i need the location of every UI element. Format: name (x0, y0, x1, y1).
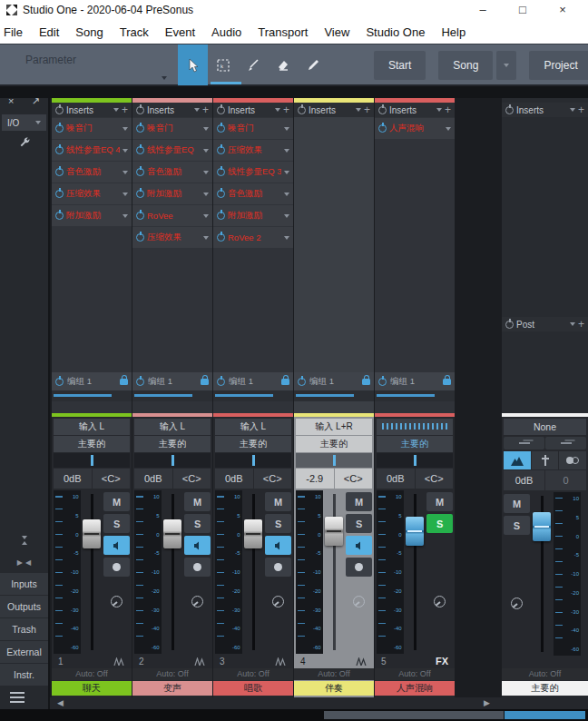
chevron-down-icon[interactable] (113, 108, 119, 112)
fader-handle[interactable] (244, 519, 262, 548)
paint-tool-button[interactable] (298, 44, 328, 85)
input-gain-button[interactable] (265, 592, 291, 611)
collapse-buttons[interactable] (0, 528, 48, 552)
peak-meter-button[interactable] (504, 451, 531, 469)
channel-color-strip[interactable] (132, 413, 212, 417)
menu-edit[interactable]: Edit (39, 25, 59, 39)
input-gain-button[interactable] (346, 592, 372, 611)
input-gain-button[interactable] (426, 592, 453, 611)
channel-strip-5[interactable]: Inserts + 人声混响 编组 1 主要的 0dB < (375, 98, 455, 697)
automation-mode[interactable]: Auto: Off (213, 668, 293, 680)
chevron-down-icon[interactable] (203, 193, 209, 196)
chevron-down-icon[interactable] (122, 214, 128, 218)
pan-value[interactable]: <C> (416, 469, 454, 489)
output-routing[interactable]: 主要的 (296, 436, 372, 452)
power-icon[interactable] (136, 146, 144, 154)
power-icon[interactable] (378, 378, 387, 386)
horizontal-scrollbar[interactable] (0, 709, 588, 721)
pan-value[interactable]: <C> (93, 469, 131, 489)
power-icon[interactable] (217, 378, 225, 386)
volume-value[interactable]: 0dB (54, 469, 92, 489)
power-icon[interactable] (55, 168, 64, 176)
channel-strip-3[interactable]: Inserts + 噪音门 压缩效果 线性参量EQ 3 音色激励 附加激励 Ro… (213, 98, 293, 697)
output-routing[interactable]: None (504, 419, 586, 435)
chevron-down-icon[interactable] (162, 76, 167, 80)
post-header[interactable]: Post + (502, 317, 588, 331)
fader-track[interactable] (405, 490, 426, 654)
send-slot[interactable]: 编组 1 (52, 372, 132, 390)
automation-mode[interactable]: Auto: Off (502, 668, 588, 680)
volume-value[interactable]: 0dB (504, 470, 544, 490)
menu-audio[interactable]: Audio (211, 25, 241, 39)
meter-option-button[interactable] (504, 437, 544, 449)
fader-track[interactable] (82, 490, 103, 654)
power-icon[interactable] (217, 212, 225, 220)
pan-slider[interactable] (54, 453, 130, 468)
input-gain-button[interactable] (504, 594, 530, 613)
power-icon[interactable] (298, 106, 306, 114)
channel-color-strip[interactable] (294, 413, 374, 417)
power-icon[interactable] (55, 124, 64, 133)
scrollbar-thumb[interactable] (324, 711, 504, 719)
insert-slot[interactable]: 音色激励 (132, 162, 212, 183)
pan-value[interactable]: <C> (254, 469, 292, 489)
fader-handle[interactable] (406, 517, 424, 546)
sidebar-item-trash[interactable]: Trash (0, 618, 48, 640)
power-icon[interactable] (217, 233, 225, 242)
power-icon[interactable] (55, 212, 64, 220)
insert-slot[interactable]: RoVee 2 (213, 227, 293, 248)
pan-slider[interactable] (296, 453, 372, 468)
channel-strip-4[interactable]: Inserts + 编组 1 输入 L+R 主要的 -2.9 <C> (294, 98, 374, 697)
insert-slot[interactable]: 压缩效果 (52, 183, 132, 204)
song-page-button[interactable]: Song (438, 51, 493, 80)
menu-event[interactable]: Event (165, 25, 195, 39)
lock-icon[interactable] (362, 379, 370, 385)
power-icon[interactable] (136, 212, 144, 220)
output-routing[interactable]: 主要的 (54, 436, 130, 452)
channel-color-strip[interactable] (213, 413, 293, 417)
mute-button[interactable]: M (504, 494, 530, 513)
power-icon[interactable] (136, 378, 144, 386)
insert-slot[interactable]: 噪音门 (213, 118, 293, 139)
lock-icon[interactable] (443, 379, 451, 385)
monitor-button[interactable] (265, 536, 291, 555)
solo-button[interactable]: S (426, 514, 453, 533)
console-menu-button[interactable] (0, 686, 48, 709)
mono-toggle-button[interactable] (559, 451, 586, 469)
insert-slot[interactable]: 线性参量EQ 4 (52, 140, 132, 161)
menu-file[interactable]: File (4, 25, 23, 39)
start-page-button[interactable]: Start (374, 51, 426, 80)
chevron-down-icon[interactable] (570, 108, 575, 112)
monitor-button[interactable] (184, 536, 211, 555)
master-channel-strip[interactable]: Inserts + Post + None 0dB (502, 98, 588, 697)
send-level[interactable] (52, 390, 132, 401)
chevron-down-icon[interactable] (436, 108, 442, 112)
close-button[interactable]: × (543, 0, 583, 20)
solo-button[interactable]: S (504, 516, 530, 535)
power-icon[interactable] (55, 378, 64, 386)
split-tool-button[interactable] (238, 44, 268, 85)
channel-color-strip[interactable] (502, 413, 588, 417)
send-slot[interactable]: 编组 1 (375, 372, 455, 390)
menu-transport[interactable]: Transport (258, 25, 308, 39)
power-icon[interactable] (136, 124, 144, 133)
send-level[interactable] (375, 390, 455, 401)
inserts-header[interactable]: Inserts + (294, 103, 374, 117)
power-icon[interactable] (505, 106, 514, 114)
pan-value[interactable]: <C> (173, 469, 211, 489)
minimize-button[interactable]: – (463, 0, 503, 20)
insert-slot[interactable]: 压缩效果 (213, 140, 293, 161)
chevron-down-icon[interactable] (203, 127, 209, 131)
add-insert-icon[interactable]: + (122, 105, 128, 114)
scroll-right-icon[interactable]: ▶ (484, 698, 490, 707)
input-routing[interactable]: 输入 L (54, 419, 130, 435)
fader-track[interactable] (162, 490, 184, 654)
fader-track[interactable] (531, 492, 553, 656)
send-level[interactable] (132, 390, 212, 401)
insert-slot[interactable]: 附加激励 (132, 183, 212, 204)
insert-slot[interactable]: 附加激励 (213, 205, 293, 226)
insert-slot[interactable]: 噪音门 (132, 118, 212, 139)
chevron-down-icon[interactable] (284, 193, 289, 196)
inserts-header[interactable]: Inserts + (375, 103, 455, 117)
menu-view[interactable]: View (324, 25, 349, 39)
